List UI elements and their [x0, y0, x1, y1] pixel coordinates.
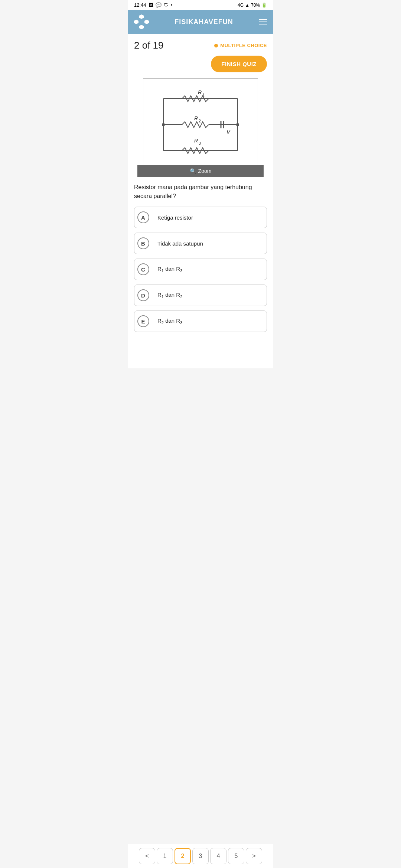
dot-icon: • [171, 2, 173, 8]
svg-text:R: R [194, 115, 198, 121]
finish-quiz-button[interactable]: FINISH QUIZ [211, 56, 267, 72]
zoom-bar[interactable]: 🔍 Zoom [137, 165, 264, 177]
option-c-circle: C [137, 263, 149, 275]
time: 12:44 [134, 2, 146, 8]
circuit-svg-wrapper: R 1 R 2 V [143, 78, 258, 165]
badge-dot-icon [214, 44, 218, 47]
option-b-circle: B [137, 237, 149, 249]
app-title: FISIKAHAVEFUN [175, 18, 233, 26]
shield-icon: 🛡 [164, 2, 169, 8]
question-text: Resistor mana pada gambar yang terhubung… [134, 183, 267, 201]
top-row: 2 of 19 MULTIPLE CHOICE [134, 40, 267, 51]
option-e-label: E [134, 311, 152, 332]
option-b[interactable]: B Tidak ada satupun [134, 233, 267, 254]
badge-label: MULTIPLE CHOICE [220, 43, 267, 48]
svg-text:V: V [226, 129, 231, 135]
option-d-label: D [134, 285, 152, 306]
zoom-icon: 🔍 [190, 168, 196, 174]
whatsapp-icon: 💬 [156, 2, 162, 8]
header: FISIKAHAVEFUN [128, 10, 273, 34]
option-e-circle: E [137, 315, 149, 327]
hamburger-menu[interactable] [259, 19, 267, 24]
svg-text:2: 2 [199, 119, 201, 123]
svg-text:R: R [194, 138, 198, 144]
option-b-label: B [134, 233, 152, 254]
photo-icon: 🖼 [149, 2, 153, 8]
option-b-text: Tidak ada satupun [152, 234, 267, 253]
svg-point-22 [162, 123, 165, 126]
svg-text:R: R [198, 89, 202, 95]
option-c[interactable]: C R1 dan R3 [134, 259, 267, 280]
zoom-label: Zoom [198, 168, 212, 174]
option-a-circle: A [137, 211, 149, 223]
option-a-text: Ketiga resistor [152, 208, 267, 227]
svg-text:3: 3 [199, 141, 201, 145]
main-content: 2 of 19 MULTIPLE CHOICE FINISH QUIZ [128, 34, 273, 368]
option-a[interactable]: A Ketiga resistor [134, 207, 267, 228]
option-a-label: A [134, 207, 152, 228]
option-e-text: R2 dan R3 [152, 312, 267, 331]
finish-quiz-row: FINISH QUIZ [134, 56, 267, 72]
circuit-svg: R 1 R 2 V [145, 80, 256, 162]
battery-icon: 🔋 [261, 3, 267, 8]
option-d-text: R1 dan R2 [152, 286, 267, 305]
svg-point-23 [236, 123, 239, 126]
circuit-diagram: R 1 R 2 V [134, 78, 267, 177]
option-e[interactable]: E R2 dan R3 [134, 310, 267, 332]
status-right: 4G ▲ 70% 🔋 [238, 3, 267, 8]
hex-logo [134, 14, 149, 29]
option-d-circle: D [137, 289, 149, 301]
question-counter: 2 of 19 [134, 40, 164, 51]
status-left: 12:44 🖼 💬 🛡 • [134, 2, 172, 8]
signal-bars-icon: ▲ [245, 3, 250, 8]
logo [134, 14, 149, 29]
option-d[interactable]: D R1 dan R2 [134, 285, 267, 306]
battery-label: 70% [251, 3, 260, 8]
option-c-label: C [134, 259, 152, 280]
status-bar: 12:44 🖼 💬 🛡 • 4G ▲ 70% 🔋 [128, 0, 273, 10]
multiple-choice-badge: MULTIPLE CHOICE [214, 43, 267, 48]
option-c-text: R1 dan R3 [152, 260, 267, 279]
signal-label: 4G [238, 3, 244, 8]
